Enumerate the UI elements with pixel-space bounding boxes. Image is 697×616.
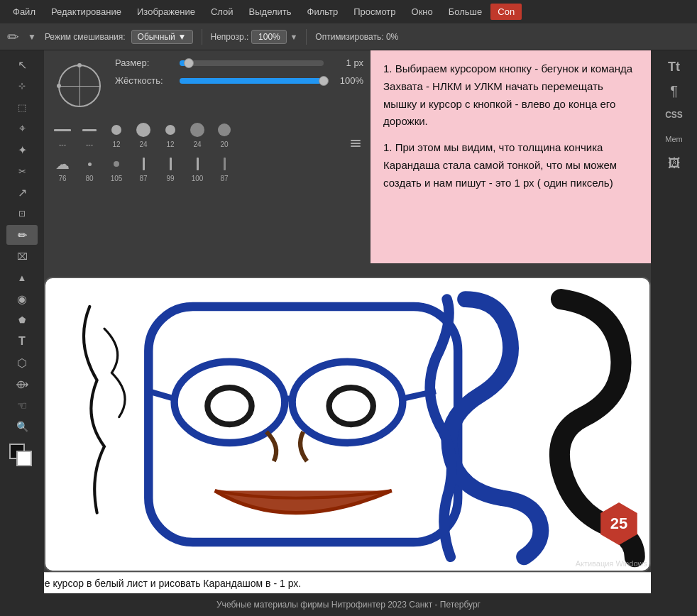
preset-vert-87[interactable]: 87 xyxy=(132,153,155,184)
presets-area: --- --- 12 24 12 xyxy=(51,119,363,184)
background-color[interactable] xyxy=(16,451,32,466)
presets-grid: --- --- 12 24 12 xyxy=(51,119,363,184)
preset-dot-80[interactable]: 80 xyxy=(78,153,101,184)
hardness-slider-fill xyxy=(180,78,324,84)
menu-edit[interactable]: Редактирование xyxy=(44,4,128,20)
hardness-slider-track[interactable] xyxy=(180,78,324,84)
optimize-label: Оптимизировать: 0% xyxy=(315,32,398,42)
size-row: Размер: 1 рх xyxy=(115,57,363,68)
tool-blur[interactable]: ◉ xyxy=(6,289,38,309)
svg-point-6 xyxy=(207,387,251,424)
opacity-arrow-icon[interactable]: ▼ xyxy=(290,33,297,41)
tool-zoom[interactable]: 🔍 xyxy=(6,417,38,436)
brush-tool-icon[interactable]: ✏ xyxy=(7,28,19,45)
drawing-area[interactable] xyxy=(44,277,651,572)
brush-controls: Размер: 1 рх Жёсткость: 100% xyxy=(115,57,363,93)
menu-con[interactable]: Con xyxy=(490,4,522,20)
bottom-instruction-text: 2. Далее курсор в белый лист и рисовать … xyxy=(10,578,301,589)
presets-menu-icon[interactable] xyxy=(348,137,363,150)
menu-more[interactable]: Больше xyxy=(441,4,490,20)
para-panel-btn[interactable]: ¶ xyxy=(657,80,692,101)
presets-row1: --- --- 12 24 12 xyxy=(51,119,363,150)
presets-row2: ☁ 76 80 105 87 99 xyxy=(51,153,363,184)
tool-crop[interactable]: ✂ xyxy=(6,161,38,181)
preset-circle-12b[interactable]: 12 xyxy=(159,119,182,150)
badge-number: 25 xyxy=(598,502,640,545)
menu-file[interactable]: Файл xyxy=(6,4,43,20)
brush-panel: Размер: 1 рх Жёсткость: 100% xyxy=(44,50,371,191)
preset-hard-dash-2[interactable]: --- xyxy=(78,119,101,150)
windows-activation: Активация Windows xyxy=(576,559,647,568)
tool-path[interactable]: ⬡ xyxy=(6,353,38,373)
right-panel: Tt ¶ CSS Mem 🖼 xyxy=(651,50,697,593)
options-separator2 xyxy=(306,29,307,45)
mem-panel-btn[interactable]: Mem xyxy=(657,128,692,150)
brush-handle-top[interactable] xyxy=(77,63,82,67)
blend-dropdown[interactable]: Обычный ▼ xyxy=(131,30,193,44)
preset-vert-100[interactable]: 100 xyxy=(186,153,209,184)
canvas-svg xyxy=(45,278,649,571)
tool-lasso[interactable]: ⌖ xyxy=(6,119,38,138)
tool-marquee[interactable]: ⬚ xyxy=(6,97,38,117)
tool-gradient[interactable]: ▲ xyxy=(6,268,38,287)
options-separator xyxy=(202,29,202,45)
info-para1: 1. Выбираем курсором кнопку - бегунок и … xyxy=(383,60,638,131)
info-panel: 1. Выбираем курсором кнопку - бегунок и … xyxy=(371,50,651,263)
tool-healing[interactable]: ⊡ xyxy=(6,204,38,224)
hardness-row: Жёсткость: 100% xyxy=(115,75,363,86)
bottom-instruction-bar: 2. Далее курсор в белый лист и рисовать … xyxy=(0,572,697,593)
css-label: CSS xyxy=(665,110,683,120)
size-label: Размер: xyxy=(115,57,175,68)
info-para2: 1. При этом мы видим, что толщина кончик… xyxy=(383,139,638,192)
blend-label: Режим смешивания: xyxy=(45,32,126,42)
preset-circle-24b[interactable]: 24 xyxy=(186,119,209,150)
color-picker[interactable] xyxy=(9,444,35,466)
preset-circle-12[interactable]: 12 xyxy=(105,119,128,150)
menu-layer[interactable]: Слой xyxy=(204,4,241,20)
svg-point-2 xyxy=(292,362,403,443)
image-panel-btn[interactable]: 🖼 xyxy=(657,153,692,174)
menu-select[interactable]: Выделить xyxy=(242,4,299,20)
preset-vert-87b[interactable]: 87 xyxy=(213,153,236,184)
tool-magic-wand[interactable]: ✦ xyxy=(6,140,38,160)
tool-eraser[interactable]: ⌧ xyxy=(6,246,38,266)
tool-eyedropper[interactable]: ↗ xyxy=(6,182,38,202)
size-slider-thumb[interactable] xyxy=(184,58,194,68)
blend-value: Обычный xyxy=(138,32,175,42)
size-slider-track[interactable] xyxy=(180,60,324,66)
opacity-area: Непрозр.: 100% ▼ xyxy=(211,30,298,44)
options-arrow: ▼ xyxy=(28,32,36,42)
preset-hard-dash-1[interactable]: --- xyxy=(51,119,74,150)
svg-point-7 xyxy=(329,387,373,424)
hardness-slider-thumb[interactable] xyxy=(319,76,329,86)
menu-view[interactable]: Просмотр xyxy=(346,4,402,20)
opacity-value[interactable]: 100% xyxy=(251,30,287,44)
preset-dot-105[interactable]: 105 xyxy=(105,153,128,184)
tool-dodge[interactable]: ⬟ xyxy=(6,310,38,330)
menubar: Файл Редактирование Изображение Слой Выд… xyxy=(0,0,697,23)
tool-artboard[interactable]: ⊹ xyxy=(6,76,38,96)
char-panel-btn[interactable]: Tt xyxy=(657,56,692,77)
menu-image[interactable]: Изображение xyxy=(130,4,202,20)
tool-shape[interactable]: ⟴ xyxy=(6,374,38,394)
optimize-area: Оптимизировать: 0% xyxy=(315,32,398,42)
brush-preview xyxy=(51,57,108,114)
preset-circle-20[interactable]: 20 xyxy=(213,119,236,150)
char-icon: Tt xyxy=(668,60,680,75)
tool-move[interactable]: ↖ xyxy=(6,55,38,75)
preset-vert-99[interactable]: 99 xyxy=(159,153,182,184)
preset-circle-24[interactable]: 24 xyxy=(132,119,155,150)
menu-filter[interactable]: Фильтр xyxy=(300,4,346,20)
tool-text[interactable]: T xyxy=(6,331,38,351)
footer: Учебные материалы фирмы Нитрофинтер 2023… xyxy=(0,593,697,616)
footer-text: Учебные материалы фирмы Нитрофинтер 2023… xyxy=(216,600,481,610)
image-panel-icon: 🖼 xyxy=(668,156,681,171)
tool-hand[interactable]: ☜ xyxy=(6,395,38,415)
brush-handle-left[interactable] xyxy=(57,84,61,88)
para-icon: ¶ xyxy=(670,83,678,99)
hardness-label: Жёсткость: xyxy=(115,75,175,86)
tool-pencil[interactable]: ✏ xyxy=(6,225,38,245)
preset-cloud[interactable]: ☁ 76 xyxy=(51,153,74,184)
menu-window[interactable]: Окно xyxy=(405,4,440,20)
css-panel-btn[interactable]: CSS xyxy=(657,104,692,126)
